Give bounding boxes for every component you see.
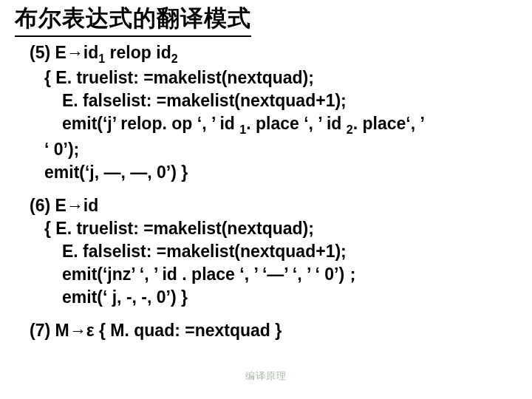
rule-6-line-4: emit(‘ j, -, -, 0’) }: [30, 286, 517, 309]
rule-6-line-1: { E. truelist: =makelist(nextquad);: [30, 217, 517, 240]
rule-7-head: (7) M→ε { M. quad: =nextquad }: [30, 319, 517, 342]
rule-5-line-1: { E. truelist: =makelist(nextquad);: [30, 66, 517, 89]
rule-5-line-3: emit(‘j’ relop. op ‘, ’ id 1. place ‘, ’…: [30, 112, 517, 137]
rule-5-line-5: emit(‘j, —, —, 0’) }: [30, 161, 517, 184]
slide: 布尔表达式的翻译模式 (5) E→id1 relop id2 { E. true…: [0, 0, 532, 399]
rule-7: (7) M→ε { M. quad: =nextquad }: [30, 319, 517, 342]
rule-5-line-2: E. falselist: =makelist(nextquad+1);: [30, 89, 517, 112]
rule-6-line-3: emit(‘jnz’ ‘, ’ id . place ‘, ’ ‘—’ ‘, ’…: [30, 263, 517, 286]
footer-label: 编译原理: [245, 369, 287, 383]
slide-body: (5) E→id1 relop id2 { E. truelist: =make…: [15, 41, 517, 342]
rule-6-head: (6) E→id: [30, 194, 517, 217]
rule-5-line-4: ‘ 0’);: [30, 138, 517, 161]
rule-6-line-2: E. falselist: =makelist(nextquad+1);: [30, 240, 517, 263]
rule-5: (5) E→id1 relop id2 { E. truelist: =make…: [30, 41, 517, 184]
rule-5-head: (5) E→id1 relop id2: [30, 41, 517, 66]
slide-title: 布尔表达式的翻译模式: [15, 3, 251, 37]
rule-6: (6) E→id { E. truelist: =makelist(nextqu…: [30, 194, 517, 309]
